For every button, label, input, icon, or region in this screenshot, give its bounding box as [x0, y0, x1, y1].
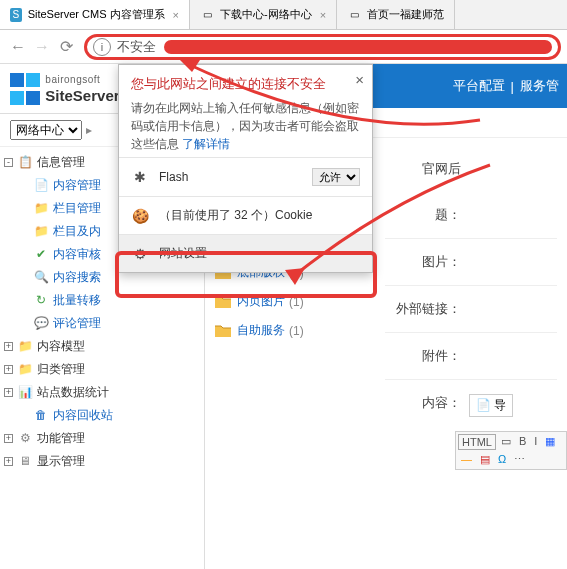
popup-message: 请勿在此网站上输入任何敏感信息（例如密码或信用卡信息），因为攻击者可能会盗取这些… — [131, 99, 360, 153]
field-fragment: 官网后 — [385, 160, 469, 178]
toolbar-icon[interactable]: Ω — [495, 452, 509, 467]
logo-subtitle: bairongsoft — [45, 74, 100, 85]
logo-title: SiteServer — [45, 87, 119, 104]
import-button[interactable]: 📄 导 — [469, 394, 513, 417]
tree-item-icon: 📁 — [17, 362, 33, 376]
tree-item-label: 内容模型 — [37, 338, 85, 355]
tree-item[interactable]: +📁归类管理 — [0, 358, 204, 381]
tree-item-icon: 🖥 — [17, 454, 33, 468]
content-label: 内容： — [385, 394, 469, 417]
tree-item-icon: ✔ — [33, 247, 49, 261]
flash-select[interactable]: 允许 — [312, 168, 360, 186]
tab-title: 下载中心-网络中心 — [220, 7, 312, 22]
bold-icon[interactable]: B — [516, 434, 529, 450]
toolbar-icon[interactable]: — — [458, 452, 475, 467]
close-icon[interactable]: × — [355, 71, 364, 88]
address-bar[interactable]: i 不安全 — [84, 34, 561, 60]
tree-item-icon: 💬 — [33, 316, 49, 330]
expand-icon[interactable]: + — [4, 388, 13, 397]
tree-item-icon: 📁 — [33, 201, 49, 215]
divider: | — [511, 79, 514, 94]
topnav-item[interactable]: 平台配置 — [453, 77, 505, 95]
expand-icon[interactable]: + — [4, 457, 13, 466]
tree-item-label: 内容回收站 — [53, 407, 113, 424]
tree-item-icon: 📁 — [17, 339, 33, 353]
puzzle-icon: ✱ — [131, 169, 149, 185]
forward-icon[interactable]: → — [30, 38, 54, 56]
tree-item-icon: 🗑 — [33, 408, 49, 422]
browser-tabs: S SiteServer CMS 内容管理系 × ▭ 下载中心-网络中心 × ▭… — [0, 0, 567, 30]
tree-item-label: 归类管理 — [37, 361, 85, 378]
tree-item-icon: 🔍 — [33, 270, 49, 284]
extlink-label: 外部链接： — [385, 300, 469, 318]
tree-item-label: 内容管理 — [53, 177, 101, 194]
folder-icon — [215, 324, 231, 337]
expand-icon[interactable]: + — [4, 434, 13, 443]
reload-icon[interactable]: ⟳ — [54, 37, 78, 56]
tree-item-label: 信息管理 — [37, 154, 85, 171]
editor-toolbar: HTML ▭ B I ▦ — ▤ Ω ⋯ — [455, 431, 567, 470]
tab-2[interactable]: ▭ 下载中心-网络中心 × — [190, 0, 337, 29]
folder-count: (1) — [289, 324, 304, 338]
expand-icon[interactable]: + — [4, 342, 13, 351]
page-icon: ▭ — [347, 8, 361, 22]
folder-name: 自助服务 — [237, 322, 285, 339]
close-icon[interactable]: × — [320, 9, 326, 21]
tree-item-icon: 📁 — [33, 224, 49, 238]
tree-item-label: 栏目管理 — [53, 200, 101, 217]
tree-item-icon: 📄 — [33, 178, 49, 192]
favicon-icon: S — [10, 8, 22, 22]
close-icon[interactable]: × — [173, 9, 179, 21]
tab-title: SiteServer CMS 内容管理系 — [28, 7, 165, 22]
tree-item-label: 评论管理 — [53, 315, 101, 332]
folder-count: (1) — [289, 295, 304, 309]
preview-icon[interactable]: ▭ — [498, 434, 514, 450]
toolbar-icon[interactable]: ▦ — [542, 434, 558, 450]
site-info-icon[interactable]: i — [93, 38, 111, 56]
toolbar-icon[interactable]: ⋯ — [511, 452, 528, 467]
tree-item-label: 内容搜索 — [53, 269, 101, 286]
tree-item[interactable]: +📊站点数据统计 — [0, 381, 204, 404]
back-icon[interactable]: ← — [6, 38, 30, 56]
italic-icon[interactable]: I — [531, 434, 540, 450]
tree-item-icon: 📋 — [17, 155, 33, 169]
toolbar-icon[interactable]: ▤ — [477, 452, 493, 467]
site-select[interactable]: 网络中心 — [10, 120, 82, 140]
attachment-label: 附件： — [385, 347, 469, 365]
content-form: 官网后 题： 图片： 外部链接： 附件： 内容： 📄 导 HTML ▭ B I — [385, 142, 567, 470]
chevron-right-icon: ▸ — [86, 123, 92, 137]
popup-title: 您与此网站之间建立的连接不安全 — [131, 75, 360, 93]
tab-3[interactable]: ▭ 首页一福建师范 — [337, 0, 455, 29]
topnav-item[interactable]: 服务管 — [520, 77, 559, 95]
not-secure-label: 不安全 — [117, 38, 156, 56]
tab-active[interactable]: S SiteServer CMS 内容管理系 × — [0, 0, 190, 29]
expand-icon[interactable]: - — [4, 158, 13, 167]
tree-item-icon: ↻ — [33, 293, 49, 307]
image-label: 图片： — [385, 253, 469, 271]
cookie-label: （目前使用了 32 个）Cookie — [159, 207, 360, 224]
url-redacted — [164, 40, 552, 54]
learn-more-link[interactable]: 了解详情 — [182, 137, 230, 151]
tree-item[interactable]: ↻批量转移 — [0, 289, 204, 312]
tab-title: 首页一福建师范 — [367, 7, 444, 22]
tree-item[interactable]: 🗑内容回收站 — [0, 404, 204, 427]
address-toolbar: ← → ⟳ i 不安全 — [0, 30, 567, 64]
tree-item[interactable]: +📁内容模型 — [0, 335, 204, 358]
cookie-row[interactable]: 🍪 （目前使用了 32 个）Cookie — [119, 196, 372, 234]
tree-item-icon: ⚙ — [17, 431, 33, 445]
folder-item[interactable]: 内页图片(1) — [215, 287, 385, 316]
tree-item-label: 功能管理 — [37, 430, 85, 447]
expand-icon[interactable]: + — [4, 365, 13, 374]
html-source-button[interactable]: HTML — [458, 434, 496, 450]
folder-item[interactable]: 自助服务(1) — [215, 316, 385, 345]
cookie-icon: 🍪 — [131, 208, 149, 224]
site-settings-label: 网站设置 — [159, 245, 360, 262]
tree-item[interactable]: +⚙功能管理 — [0, 427, 204, 450]
tree-item[interactable]: +🖥显示管理 — [0, 450, 204, 473]
tree-item[interactable]: 💬评论管理 — [0, 312, 204, 335]
gear-icon: ⚙ — [131, 246, 149, 262]
tree-item-label: 内容审核 — [53, 246, 101, 263]
site-settings-row[interactable]: ⚙ 网站设置 — [119, 234, 372, 272]
title-label: 题： — [385, 206, 469, 224]
tree-item-label: 批量转移 — [53, 292, 101, 309]
